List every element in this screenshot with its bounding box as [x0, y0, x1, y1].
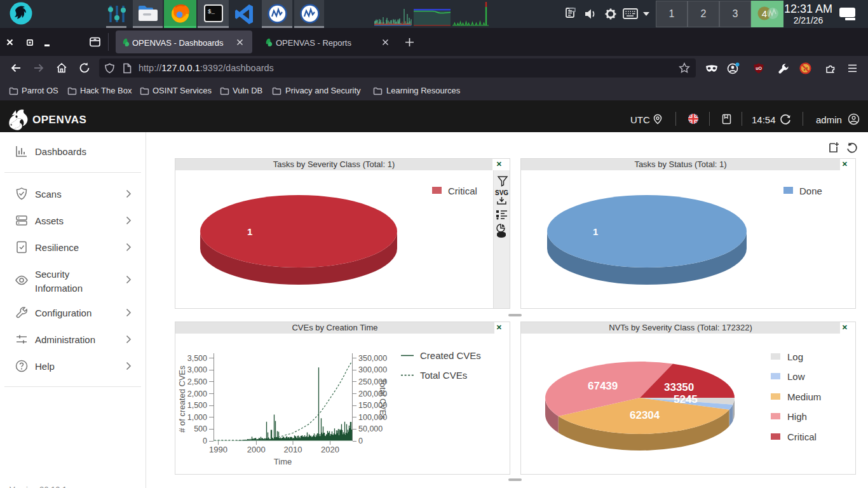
svg-text:# of created CVEs: # of created CVEs — [177, 365, 187, 433]
svg-text:3,500: 3,500 — [187, 354, 207, 363]
svg-text:0: 0 — [358, 437, 363, 445]
svg-text:2010: 2010 — [283, 445, 302, 454]
svg-text:$_: $_ — [208, 9, 215, 15]
svg-text:1,500: 1,500 — [187, 401, 207, 410]
svg-text:uO: uO — [756, 66, 762, 71]
svg-text:500: 500 — [194, 424, 207, 433]
svg-text:33350: 33350 — [664, 381, 694, 393]
svg-text:2,500: 2,500 — [187, 377, 207, 386]
svg-text:0: 0 — [203, 437, 207, 445]
svg-text:5245: 5245 — [674, 393, 698, 405]
svg-text:2,000: 2,000 — [187, 390, 207, 398]
svg-text:Created CVEs: Created CVEs — [420, 350, 481, 361]
svg-text:Total CVEs: Total CVEs — [378, 379, 388, 420]
svg-text:1,000: 1,000 — [187, 413, 207, 422]
svg-text:62304: 62304 — [630, 409, 660, 421]
svg-text:Time: Time — [274, 457, 292, 466]
svg-text:67439: 67439 — [588, 380, 618, 392]
svg-text:2000: 2000 — [247, 445, 266, 454]
svg-text:1990: 1990 — [209, 445, 227, 454]
svg-text:3,000: 3,000 — [187, 365, 207, 374]
svg-text:350,000: 350,000 — [358, 354, 387, 363]
svg-text:Total CVEs: Total CVEs — [420, 370, 467, 381]
svg-text:1: 1 — [593, 226, 598, 237]
svg-text:2020: 2020 — [321, 445, 339, 454]
svg-text:1: 1 — [247, 226, 252, 237]
svg-text:50,000: 50,000 — [358, 424, 383, 433]
svg-text:300,000: 300,000 — [358, 365, 387, 374]
svg-text:4: 4 — [762, 8, 767, 19]
